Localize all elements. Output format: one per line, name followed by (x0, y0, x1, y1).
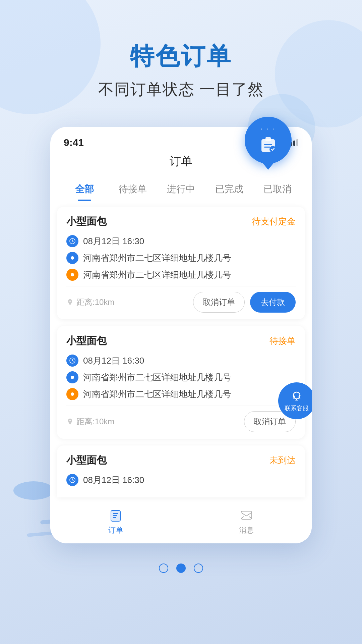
order-datetime-3: 08月12日 16:30 (83, 474, 144, 486)
order-type-2: 小型面包 (66, 334, 107, 348)
dot-3[interactable] (194, 564, 203, 573)
nav-messages[interactable]: 消息 (239, 508, 254, 535)
svg-point-7 (71, 273, 74, 276)
order-status-3: 未到达 (269, 454, 296, 466)
order-header-3: 小型面包 未到达 (66, 453, 296, 467)
floating-badge: · · · (245, 117, 292, 164)
hero-subtitle: 不同订单状态 一目了然 (20, 79, 342, 100)
distance-info-2: 距离:10km (66, 416, 114, 427)
svg-rect-16 (113, 515, 117, 516)
order-time-row-1: 08月12日 16:30 (66, 235, 296, 247)
hero-section: 特色订单 不同订单状态 一目了然 (0, 0, 362, 113)
orders-nav-icon (108, 508, 123, 523)
distance-info-1: 距离:10km (66, 297, 114, 308)
order-header-1: 小型面包 待支付定金 (66, 215, 296, 228)
svg-rect-2 (264, 144, 272, 145)
tab-all[interactable]: 全部 (60, 176, 109, 201)
order-to-row-1: 河南省郑州市二七区详细地址几楼几号 (66, 269, 296, 281)
bottom-nav: 订单 消息 (50, 503, 312, 543)
hero-title: 特色订单 (20, 40, 342, 72)
location-icon-1 (66, 299, 74, 306)
bg-decoration-oval (13, 481, 54, 500)
dot-2[interactable] (176, 564, 186, 573)
tab-completed[interactable]: 已完成 (205, 176, 253, 201)
svg-rect-17 (113, 517, 116, 518)
order-to-1: 河南省郑州市二七区详细地址几楼几号 (83, 269, 231, 281)
pay-button-1[interactable]: 去付款 (250, 292, 296, 313)
svg-point-10 (71, 392, 74, 396)
order-datetime-1: 08月12日 16:30 (83, 235, 144, 247)
distance-text-2: 距离:10km (76, 416, 114, 427)
order-status-1: 待支付定金 (252, 216, 296, 227)
start-icon-2 (66, 371, 78, 383)
order-footer-2: 距离:10km 取消订单 (66, 406, 296, 432)
phone-screen: 9:41 订单 全部 待接单 进行中 (50, 127, 312, 543)
footer-buttons-1: 取消订单 去付款 (193, 292, 296, 313)
messages-nav-icon (239, 508, 254, 523)
order-to-row-2: 河南省郑州市二七区详细地址几楼几号 (66, 388, 296, 400)
svg-rect-18 (241, 511, 252, 519)
start-icon-1 (66, 252, 78, 264)
distance-text-1: 距离:10km (76, 297, 114, 308)
phone-mockup-area: · · · 9:41 (50, 127, 312, 543)
order-card-1: 小型面包 待支付定金 08月12日 16:30 河南省郑州市二七区详细地址几楼几… (57, 207, 305, 319)
badge-dots: · · · (258, 124, 278, 133)
order-datetime-2: 08月12日 16:30 (83, 355, 144, 367)
clipboard-icon (258, 135, 278, 155)
time-icon-3 (66, 474, 78, 486)
pagination (0, 543, 362, 600)
status-time: 9:41 (64, 137, 84, 148)
cs-button-label: 联系客服 (285, 404, 309, 412)
end-icon-1 (66, 269, 78, 281)
order-card-2: 小型面包 待接单 08月12日 16:30 河南省郑州市二七区详细地址几楼几 (57, 326, 305, 439)
cancel-order-button-1[interactable]: 取消订单 (193, 292, 245, 313)
signal-bar-4 (296, 139, 298, 146)
badge-content: · · · (258, 124, 278, 156)
time-icon-1 (66, 235, 78, 247)
customer-service-button[interactable]: 联系客服 (278, 382, 312, 419)
dot-1[interactable] (159, 564, 168, 573)
order-header-2: 小型面包 待接单 (66, 334, 296, 348)
tab-in-progress[interactable]: 进行中 (157, 176, 205, 201)
svg-rect-15 (113, 513, 118, 514)
order-from-2: 河南省郑州市二七区详细地址几楼几号 (83, 372, 231, 383)
time-icon-2 (66, 355, 78, 367)
location-icon-2 (66, 418, 74, 425)
signal-bar-3 (293, 141, 295, 146)
tab-bar: 全部 待接单 进行中 已完成 已取消 (50, 176, 312, 201)
order-time-row-2: 08月12日 16:30 (66, 355, 296, 367)
headset-icon (290, 389, 303, 403)
order-type-3: 小型面包 (66, 453, 107, 467)
end-icon-2 (66, 388, 78, 400)
nav-orders[interactable]: 订单 (108, 508, 123, 535)
order-status-2: 待接单 (269, 335, 296, 347)
order-card-2-wrapper: 小型面包 待接单 08月12日 16:30 河南省郑州市二七区详细地址几楼几 (57, 326, 305, 439)
order-footer-1: 距离:10km 取消订单 去付款 (66, 286, 296, 313)
order-to-2: 河南省郑州市二七区详细地址几楼几号 (83, 388, 231, 400)
svg-rect-3 (264, 147, 270, 148)
order-from-row-1: 河南省郑州市二七区详细地址几楼几号 (66, 252, 296, 264)
order-time-row-3: 08月12日 16:30 (66, 474, 296, 486)
svg-point-6 (71, 256, 74, 260)
order-from-1: 河南省郑州市二七区详细地址几楼几号 (83, 252, 231, 264)
order-card-3: 小型面包 未到达 08月12日 16:30 (57, 445, 305, 497)
order-from-row-2: 河南省郑州市二七区详细地址几楼几号 (66, 371, 296, 383)
nav-messages-label: 消息 (239, 525, 254, 535)
svg-rect-1 (265, 137, 271, 141)
order-type-1: 小型面包 (66, 215, 107, 228)
nav-orders-label: 订单 (108, 525, 123, 535)
tab-pending-accept[interactable]: 待接单 (109, 176, 157, 201)
tab-cancelled[interactable]: 已取消 (253, 176, 302, 201)
svg-point-9 (71, 376, 74, 379)
orders-list: 小型面包 待支付定金 08月12日 16:30 河南省郑州市二七区详细地址几楼几… (50, 207, 312, 497)
